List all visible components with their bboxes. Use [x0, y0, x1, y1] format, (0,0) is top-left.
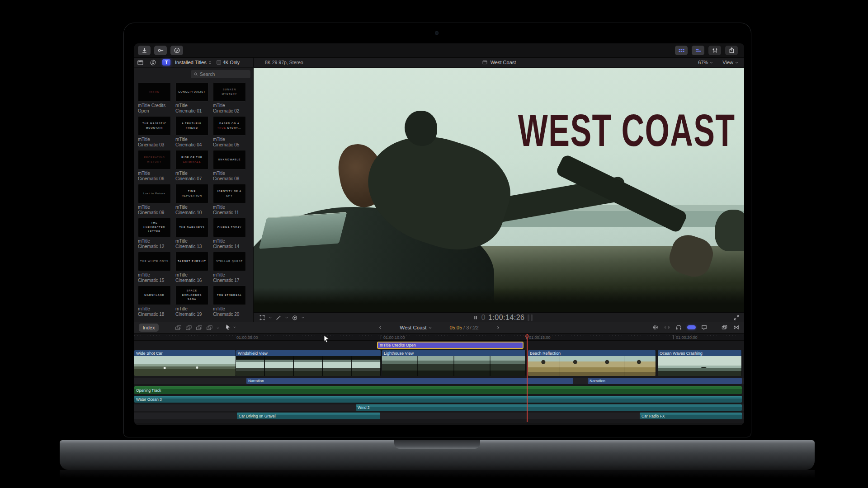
- browser-header: T Installed Titles 4K Only: [134, 58, 254, 67]
- trim-tool-icon[interactable]: [652, 324, 659, 331]
- titles-generators-tab[interactable]: T: [162, 59, 170, 66]
- audio-clip[interactable]: Wind 2: [356, 404, 742, 411]
- title-card[interactable]: THE WHITE ONYXmTitle Cinematic 15: [138, 252, 171, 283]
- viewer-canvas[interactable]: WEST COAST: [254, 68, 744, 312]
- title-name: mTitle Cinematic 12: [138, 239, 171, 249]
- timeline-right-tools: [652, 324, 740, 331]
- title-card[interactable]: RECREATING HISTORYmTitle Cinematic 06: [138, 150, 171, 181]
- title-thumbnail[interactable]: TARGET PURSUIT: [175, 252, 208, 271]
- title-card[interactable]: RISE OF THE CRIMINALSmTitle Cinematic 07: [175, 150, 208, 181]
- title-card[interactable]: UNKNOWABLEmTitle Cinematic 08: [213, 150, 246, 181]
- title-card[interactable]: IDENTITY OF A SPYmTitle Cinematic 11: [213, 184, 246, 215]
- title-card[interactable]: Lost in FuturemTitle Cinematic 09: [138, 184, 171, 215]
- title-card[interactable]: MARSHLANDmTitle Cinematic 18: [138, 286, 171, 317]
- title-card[interactable]: TIME REPOSITIONmTitle Cinematic 10: [175, 184, 208, 215]
- view-select[interactable]: View: [722, 60, 739, 65]
- audio-clip-narration[interactable]: Narration: [246, 378, 573, 384]
- installed-titles-dropdown[interactable]: Installed Titles: [175, 60, 212, 65]
- title-card[interactable]: SUNKEN MYSTERYmTitle Cinematic 02: [213, 82, 246, 113]
- title-card[interactable]: BASED ON A TRUE STORY...mTitle Cinematic…: [213, 116, 246, 147]
- title-thumbnail[interactable]: MARSHLAND: [138, 286, 171, 305]
- photos-audio-tab[interactable]: [150, 59, 156, 66]
- title-card[interactable]: A TRUTHFUL FRIENDmTitle Cinematic 04: [175, 116, 208, 147]
- thumbnail-text: A TRUTHFUL FRIEND: [176, 122, 208, 130]
- title-thumbnail[interactable]: THE ETHEREAL: [213, 286, 246, 305]
- title-thumbnail[interactable]: STELLAR QUEST: [213, 252, 246, 271]
- title-thumbnail[interactable]: RECREATING HISTORY: [138, 150, 171, 169]
- title-thumbnail[interactable]: THE UNEXPECTED LETTER: [138, 218, 171, 237]
- title-thumbnail[interactable]: SPACE EXPLORERS SAGA: [175, 286, 208, 305]
- audio-skimming-icon[interactable]: [664, 324, 670, 331]
- keyword-editor-button[interactable]: [154, 46, 167, 55]
- title-thumbnail[interactable]: SUNKEN MYSTERY: [213, 82, 246, 102]
- zoom-select[interactable]: 67%: [698, 60, 713, 65]
- title-thumbnail[interactable]: Lost in Future: [138, 184, 171, 203]
- macbook-lid-notch: [394, 440, 480, 449]
- video-clip[interactable]: Ocean Waves Crashing: [658, 350, 742, 376]
- title-thumbnail[interactable]: A TRUTHFUL FRIEND: [175, 116, 208, 136]
- title-name: mTitle Cinematic 02: [213, 103, 246, 113]
- fullscreen-icon[interactable]: [733, 314, 740, 321]
- title-thumbnail[interactable]: TIME REPOSITION: [175, 184, 208, 203]
- title-card[interactable]: TARGET PURSUITmTitle Cinematic 16: [175, 252, 208, 283]
- 4k-only-checkbox[interactable]: 4K Only: [217, 60, 240, 65]
- audio-skimming-icon: [664, 324, 670, 331]
- video-clip[interactable]: Beach Reflection: [528, 350, 656, 376]
- title-card[interactable]: THE UNEXPECTED LETTERmTitle Cinematic 12: [138, 218, 171, 249]
- show-browser-button[interactable]: [675, 46, 688, 55]
- title-thumbnail[interactable]: RISE OF THE CRIMINALS: [175, 150, 208, 169]
- playhead[interactable]: [527, 334, 528, 422]
- title-card[interactable]: THE MAJESTIC MOUNTAINmTitle Cinematic 03: [138, 116, 171, 147]
- title-card[interactable]: CONCEPTUALISTmTitle Cinematic 01: [175, 82, 208, 113]
- title-name: mTitle Cinematic 18: [138, 306, 171, 317]
- title-thumbnail[interactable]: INTRO: [138, 82, 171, 102]
- audio-clip[interactable]: Opening Track: [134, 386, 742, 394]
- marker-icon[interactable]: [701, 324, 708, 331]
- title-thumbnail[interactable]: CONCEPTUALIST: [175, 82, 208, 102]
- desktop: T Installed Titles 4K Only 8K 29.97p, St…: [0, 0, 868, 488]
- audio-clip-narration[interactable]: Narration: [588, 378, 742, 384]
- title-thumbnail[interactable]: BASED ON A TRUE STORY...: [213, 116, 246, 136]
- solo-icon[interactable]: [675, 324, 682, 331]
- media-browser-tab[interactable]: [137, 59, 144, 66]
- transitions-icon[interactable]: [733, 324, 740, 331]
- timeline-project-dropdown[interactable]: West Coast: [400, 325, 432, 330]
- timeline-ruler[interactable]: 01:00:05:0001:00:10:0001:00:15:0001:00:2…: [134, 334, 744, 341]
- thumbnail-text: TIME REPOSITION: [176, 189, 208, 198]
- title-card[interactable]: THE DARKNESSmTitle Cinematic 13: [175, 218, 208, 249]
- title-thumbnail[interactable]: IDENTITY OF A SPY: [213, 184, 246, 203]
- next-project-button[interactable]: [496, 325, 500, 330]
- import-media-button[interactable]: [138, 46, 151, 55]
- title-card[interactable]: STELLAR QUESTmTitle Cinematic 17: [213, 252, 246, 283]
- toolbar-left-buttons: [138, 46, 183, 55]
- title-thumbnail[interactable]: THE DARKNESS: [175, 218, 208, 237]
- audio-clip[interactable]: Car Radio FX: [640, 413, 742, 419]
- title-clip[interactable]: mTitle Credits Open: [377, 342, 524, 349]
- video-clip[interactable]: Windshield View: [236, 350, 381, 376]
- audio-clip[interactable]: Car Driving on Gravel: [237, 413, 380, 419]
- title-thumbnail[interactable]: THE MAJESTIC MOUNTAIN: [138, 116, 171, 136]
- title-thumbnail[interactable]: UNKNOWABLE: [213, 150, 246, 169]
- show-timeline-button[interactable]: [692, 46, 704, 55]
- viewer-header: 8K 29.97p, Stereo West Coast 67% View: [254, 58, 744, 67]
- audio-meters[interactable]: [528, 314, 533, 321]
- title-card[interactable]: THE ETHEREALmTitle Cinematic 20: [213, 286, 246, 317]
- inspector-button[interactable]: [708, 46, 721, 55]
- video-clip[interactable]: Lighthouse View: [382, 350, 526, 376]
- timecode-value: 1:00:14:26: [488, 314, 525, 322]
- search-input[interactable]: Search: [191, 70, 250, 78]
- title-thumbnail[interactable]: CINEMA TODAY: [213, 218, 246, 237]
- checkbox[interactable]: [217, 60, 221, 65]
- background-tasks-button[interactable]: [170, 46, 183, 55]
- title-card[interactable]: INTROmTitle Credits Open: [138, 82, 171, 113]
- title-card[interactable]: CINEMA TODAYmTitle Cinematic 14: [213, 218, 246, 249]
- clip-appearance-icon[interactable]: [721, 324, 728, 331]
- title-thumbnail[interactable]: THE WHITE ONYX: [138, 252, 171, 271]
- audio-clip[interactable]: Water Ocean 3: [134, 396, 742, 403]
- share-button[interactable]: [725, 46, 738, 55]
- snapping-toggle[interactable]: [687, 325, 696, 329]
- video-clip[interactable]: Wide Shot Car: [134, 350, 236, 376]
- title-card[interactable]: SPACE EXPLORERS SAGAmTitle Cinematic 19: [175, 286, 208, 317]
- pause-icon[interactable]: [473, 315, 478, 320]
- previous-project-button[interactable]: [378, 325, 382, 330]
